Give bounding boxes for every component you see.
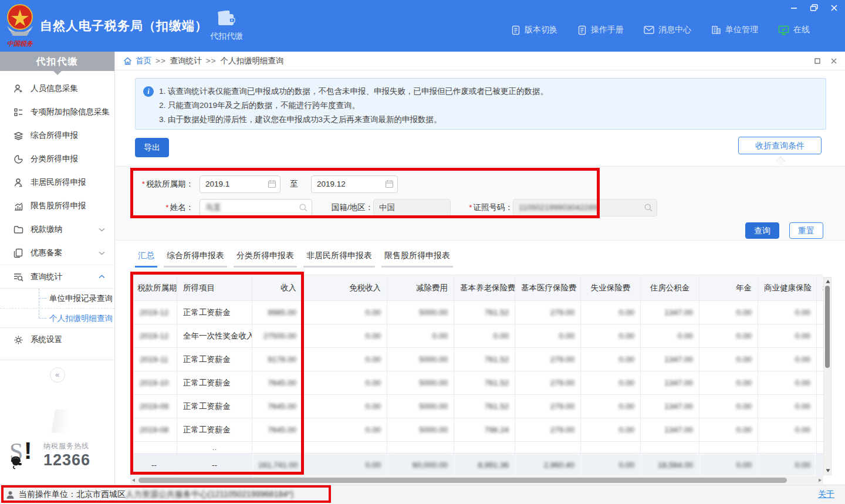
sidebar-item-system-settings[interactable]: 系统设置: [0, 328, 114, 351]
nationality-input: 中国: [373, 199, 451, 217]
sidebar-item-special-deduction[interactable]: 专项附加扣除信息采集: [0, 100, 114, 124]
table-row[interactable]: 2019-12 全年一次性奖金收入 27500.00 0.00 0.00 0.0…: [131, 324, 824, 348]
tab-classified-income[interactable]: 分类所得申报表: [234, 251, 297, 268]
table-header-row: 税款所属期 所得项目 收入 免税收入 减除费用 基本养老保险费 基本医疗保险费 …: [131, 275, 824, 301]
scroll-down-icon[interactable]: [826, 468, 830, 473]
close-button[interactable]: [830, 4, 838, 12]
cell: 279.00: [515, 371, 581, 395]
about-link[interactable]: 关于: [818, 489, 834, 500]
sidebar-collapse-button[interactable]: «: [50, 367, 65, 383]
id-number-label: *证照号码：: [457, 199, 513, 217]
search-icon[interactable]: [299, 203, 308, 212]
restore-button[interactable]: [810, 4, 819, 12]
current-unit-value: 北京市西城区: [76, 489, 126, 500]
name-input[interactable]: 马某: [200, 199, 312, 217]
cell-period: 2019-12: [131, 324, 177, 348]
sidebar-item-label: 综合所得申报: [31, 130, 78, 141]
cell: 0.00: [303, 371, 387, 395]
search-icon[interactable]: [644, 203, 653, 212]
cell-period: 2019-08: [131, 418, 177, 442]
menu-unit-management[interactable]: 单位管理: [711, 25, 758, 35]
sidebar-item-tax-payment[interactable]: 税款缴纳: [0, 218, 114, 241]
minimize-button[interactable]: [790, 4, 798, 12]
table-row-clipped: ..: [131, 442, 824, 454]
menu-label: 操作手册: [591, 25, 624, 35]
cell: 0.00: [581, 324, 641, 348]
cell: 0.00: [758, 418, 817, 442]
pane-maximize-icon[interactable]: [814, 58, 820, 64]
cell: 0.00: [581, 418, 641, 442]
query-button[interactable]: 查询: [745, 222, 779, 239]
cell-period: 2019-11: [131, 348, 177, 371]
period-label: *税款所属期：: [123, 175, 194, 193]
menu-message-center[interactable]: 消息中心: [644, 25, 691, 35]
table-row[interactable]: 2019-12 正常工资薪金 9985.00 0.00 5000.00 761.…: [131, 301, 824, 324]
hotline-number: 12366: [43, 451, 90, 469]
tab-nonresident-income[interactable]: 非居民所得申报表: [303, 251, 375, 268]
summary-cell: 161,741.00: [252, 454, 303, 477]
tab-summary[interactable]: 汇总: [135, 251, 157, 268]
notice-box: i 1. 该查询统计表仅能查询已申报成功的数据，不包含未申报、申报失败，已申报但…: [135, 78, 826, 130]
summary-cell: 18,564.00: [641, 454, 699, 477]
sidebar-subitem-personal-withholding-query[interactable]: 个人扣缴明细查询: [0, 308, 114, 327]
home-icon: [123, 57, 132, 65]
scroll-right-icon[interactable]: [818, 478, 822, 482]
breadcrumb-home[interactable]: 首页: [136, 56, 151, 66]
id-number-input[interactable]: 110502199903042289: [513, 199, 657, 217]
hotline-block: S ! 纳税服务热线 12366: [8, 438, 90, 469]
horizontal-scrollbar[interactable]: [130, 476, 823, 484]
cell-period: 2019-10: [131, 371, 177, 395]
cell-income-item: 正常工资薪金: [177, 301, 252, 324]
cell: 5000.00: [387, 418, 454, 442]
table-row[interactable]: 2019-10 正常工资薪金 7645.00 0.00 5000.00 761.…: [131, 371, 824, 395]
menu-version-switch[interactable]: 版本切换: [511, 25, 557, 35]
table-row[interactable]: 2019-11 正常工资薪金 9178.00 0.00 5000.00 761.…: [131, 348, 824, 371]
table-row[interactable]: 2019-09 正常工资薪金 7645.00 0.00 5000.00 761.…: [131, 395, 824, 418]
sidebar-item-preferential-record[interactable]: 优惠备案: [0, 241, 114, 265]
sidebar-item-restricted-stock[interactable]: 限售股所得申报: [0, 194, 114, 218]
export-button[interactable]: 导出: [135, 138, 169, 157]
menu-online-status[interactable]: 在线: [778, 25, 810, 35]
menu-manual[interactable]: 操作手册: [577, 25, 624, 35]
query-actions: 查询 重置: [115, 222, 845, 239]
top-tab-label: 代扣代缴: [204, 31, 249, 42]
cell: 761.52: [454, 301, 515, 324]
status-bar: 当前操作单位： 北京市西城区 人力资源公共服务中心(12110502199968…: [0, 485, 845, 504]
sidebar-item-comprehensive-income[interactable]: 综合所得申报: [0, 124, 114, 147]
sidebar-item-query-statistics[interactable]: 查询统计: [0, 265, 114, 288]
scroll-left-icon[interactable]: [131, 478, 136, 482]
summary-cell: 60,000.00: [387, 454, 454, 477]
col-header: 收入: [252, 275, 303, 301]
summary-cell: 0.00: [581, 454, 641, 477]
cell-income-item: 正常工资薪金: [177, 395, 252, 418]
vertical-scroll-thumb[interactable]: [825, 286, 830, 368]
fold-query-button[interactable]: 收折查询条件: [738, 137, 822, 154]
cell: 0.00: [699, 324, 758, 348]
tab-comprehensive-income[interactable]: 综合所得申报表: [164, 251, 227, 268]
wallet-icon: [217, 11, 236, 27]
scroll-up-icon[interactable]: [826, 279, 830, 284]
table-row[interactable]: 2019-08 正常工资薪金 7645.00 0.00 5000.00 798.…: [131, 418, 824, 442]
period-to-input[interactable]: 2019.12: [311, 175, 398, 193]
vertical-scrollbar[interactable]: [823, 277, 832, 475]
bar-chart-icon: [13, 201, 23, 211]
period-from-input[interactable]: 2019.1: [200, 175, 280, 193]
name-label: *姓名：: [141, 199, 194, 217]
sidebar-subitem-unit-declaration-query[interactable]: 单位申报记录查询: [0, 289, 114, 308]
cell: 0.00: [581, 348, 641, 371]
reset-button[interactable]: 重置: [789, 222, 823, 239]
cell: 1347.00: [641, 301, 699, 324]
summary-cell: --: [177, 454, 252, 477]
col-header: 住房公积金: [641, 275, 699, 301]
cell-income-item: 正常工资薪金: [177, 348, 252, 371]
cell: 0.00: [454, 324, 515, 348]
pane-close-icon[interactable]: [831, 58, 837, 64]
sidebar-item-classified-income[interactable]: 分类所得申报: [0, 147, 114, 171]
horizontal-scroll-thumb[interactable]: [138, 478, 787, 483]
top-tab-withholding[interactable]: 代扣代缴: [204, 11, 249, 42]
sidebar-decoration: [0, 410, 115, 433]
sidebar-item-personnel-info[interactable]: 人员信息采集: [0, 77, 114, 100]
nationality-label: 国籍/地区：: [322, 199, 373, 217]
tab-restricted-stock[interactable]: 限售股所得申报表: [381, 251, 453, 268]
sidebar-item-nonresident-income[interactable]: 非居民所得申报: [0, 171, 114, 194]
